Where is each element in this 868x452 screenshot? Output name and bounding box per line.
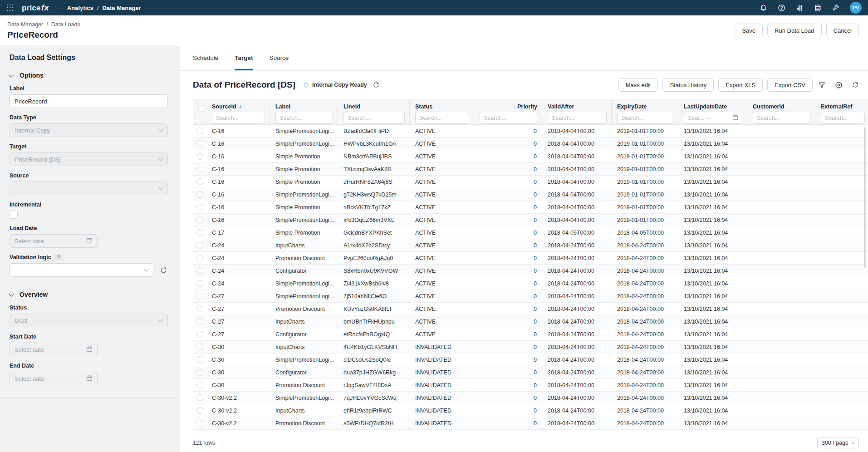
settings-sliders-icon[interactable]	[795, 4, 804, 12]
column-header-sourceid[interactable]: SourceId▲	[206, 99, 270, 124]
column-header-lineid[interactable]: LineId	[338, 99, 410, 124]
start-date-input[interactable]: Select date	[10, 343, 98, 356]
table-row[interactable]: C-30-v2.2Promotion Discounts0WPrDHQ7idR2…	[193, 417, 868, 430]
table-row[interactable]: C-27Promotion DiscountKUvYuzGs0KA8ILIACT…	[193, 303, 868, 315]
row-select-radio[interactable]	[196, 229, 203, 236]
user-avatar[interactable]: PV	[850, 2, 862, 14]
data-type-select[interactable]: Internal Copy	[10, 123, 168, 137]
row-select-radio[interactable]	[196, 166, 203, 172]
label-input[interactable]	[10, 94, 168, 108]
table-row[interactable]: C-16SimplePromotionLogi...g72KH3wsQ7kD25…	[193, 188, 868, 201]
gear-icon[interactable]	[835, 81, 843, 89]
row-select-radio[interactable]	[196, 407, 203, 414]
cancel-button[interactable]: Cancel	[826, 24, 859, 37]
status-select[interactable]: Draft	[10, 314, 168, 327]
incremental-checkbox[interactable]	[10, 211, 18, 219]
column-header-lastupdatedate[interactable]: LastUpdateDate	[678, 99, 747, 124]
validation-logic-refresh-icon[interactable]	[160, 266, 167, 274]
row-select-radio[interactable]	[196, 153, 203, 160]
column-header-label[interactable]: Label	[270, 99, 338, 124]
help-icon[interactable]	[777, 4, 785, 12]
end-date-input[interactable]: Select date	[10, 372, 98, 385]
table-row[interactable]: C-16Simple PromotiondHurRNF8ZA64j8SACTIV…	[193, 176, 868, 188]
row-select-radio[interactable]	[196, 140, 203, 147]
row-select-radio[interactable]	[196, 318, 203, 325]
table-row[interactable]: C-17Simple PromotionGclcdnBYXPKhSetACTIV…	[193, 226, 868, 239]
column-header-status[interactable]: Status	[410, 99, 474, 124]
database-icon[interactable]	[814, 4, 822, 12]
calendar-icon[interactable]	[732, 114, 738, 122]
table-row[interactable]: C-16Simple PromotionnBckVKTfcTg17kZACTIV…	[193, 201, 868, 214]
table-row[interactable]: C-24ConfiguratorS8xRbn0xU9KVVOWACTIVE020…	[193, 265, 868, 277]
table-row[interactable]: C-16Simple PromotionNBm3crfAPBujJBSACTIV…	[193, 150, 868, 163]
column-header-expirydate[interactable]: ExpiryDate	[612, 99, 678, 124]
table-row[interactable]: C-30Configuratordua37pJHZGW6RkgINVALIDAT…	[193, 366, 868, 379]
search-input-validafter[interactable]	[552, 115, 603, 121]
row-select-radio[interactable]	[196, 369, 203, 376]
table-row[interactable]: C-16SimplePromotionLogi...xrb3OqEZ66m3VX…	[193, 214, 868, 226]
table-row[interactable]: C-27SimplePromotionLogi...7j510ahNIlCie6…	[193, 290, 868, 303]
table-row[interactable]: C-24SimplePromotionLogi...Zi431kXwBsb6Iv…	[193, 277, 868, 290]
row-select-radio[interactable]	[196, 420, 203, 427]
table-row[interactable]: C-30-v2.2InputChartsqhR1r9ebpiRtRWCINVAL…	[193, 404, 868, 417]
search-input-status[interactable]	[419, 115, 465, 121]
row-select-radio[interactable]	[196, 344, 203, 350]
help-badge[interactable]: ?	[54, 254, 63, 260]
row-select-radio[interactable]	[196, 255, 203, 261]
navbar-breadcrumb-app[interactable]: Analytics	[67, 5, 93, 11]
validation-logic-select[interactable]	[10, 263, 153, 277]
pricefx-logo[interactable]: pricefx	[22, 3, 49, 13]
table-row[interactable]: C-24InputChartsA1rx4dX2b2SDtcyACTIVE0201…	[193, 239, 868, 252]
export-xls-button[interactable]: Export XLS	[718, 78, 763, 92]
options-section-toggle[interactable]: Options	[10, 72, 168, 79]
table-row[interactable]: C-16SimplePromotionLogi...BZadhX3a0IFliP…	[193, 125, 868, 138]
tab-schedule[interactable]: Schedule	[193, 45, 218, 70]
row-select-radio[interactable]	[196, 305, 203, 312]
select-all-radio[interactable]	[198, 105, 205, 112]
navbar-breadcrumb-module[interactable]: Data Manager	[102, 5, 141, 11]
status-history-button[interactable]: Status History	[662, 78, 714, 92]
search-input-label[interactable]	[280, 115, 329, 121]
row-select-radio[interactable]	[196, 394, 203, 401]
table-row[interactable]: C-27InputChartsbmUBnTrFkHUphpuACTIVE0201…	[193, 315, 868, 328]
row-select-radio[interactable]	[196, 204, 203, 211]
search-input-lineid[interactable]	[348, 115, 401, 121]
sort-ascending-icon[interactable]: ▲	[239, 105, 242, 108]
row-select-radio[interactable]	[196, 280, 203, 287]
row-select-radio[interactable]	[196, 331, 203, 338]
notifications-bell-icon[interactable]	[759, 4, 767, 12]
search-input-customerid[interactable]	[757, 115, 806, 121]
breadcrumb-data-manager[interactable]: Data Manager	[7, 21, 43, 28]
table-row[interactable]: C-30-v2.2SimplePromotionLogi...7qJHDJvYV…	[193, 392, 868, 404]
table-row[interactable]: C-24Promotion DiscountPvpE260ooRgAJq0ACT…	[193, 252, 868, 265]
status-refresh-icon[interactable]	[373, 81, 380, 88]
overview-section-toggle[interactable]: Overview	[10, 291, 168, 298]
target-select[interactable]: PriceRecord [DS]	[10, 152, 168, 166]
table-row[interactable]: C-30SimplePromotionLogi...ciDCsoUs2SoQ0I…	[193, 354, 868, 366]
row-select-radio[interactable]	[196, 128, 203, 134]
run-data-load-button[interactable]: Run Data Load	[767, 24, 821, 37]
row-select-radio[interactable]	[196, 293, 203, 300]
filter-icon[interactable]	[818, 81, 826, 89]
table-row[interactable]: C-27ConfiguratoretRncfsFhROgxIQACTIVE020…	[193, 328, 868, 341]
mass-edit-button[interactable]: Mass edit	[618, 78, 658, 92]
tab-source[interactable]: Source	[270, 45, 289, 70]
source-select[interactable]	[10, 182, 168, 195]
row-select-radio[interactable]	[196, 242, 203, 249]
apps-grid-icon[interactable]	[6, 4, 14, 11]
table-row[interactable]: C-16SimplePromotionLogi...HWPvbL3Kcutm1O…	[193, 138, 868, 150]
column-header-customerid[interactable]: CustomerId	[747, 99, 815, 124]
row-select-radio[interactable]	[196, 267, 203, 274]
column-header-priority[interactable]: Priority	[474, 99, 542, 124]
search-input-priority[interactable]	[484, 115, 533, 121]
page-size-select[interactable]: 300 / page	[817, 437, 859, 448]
vertical-scrollbar[interactable]	[864, 127, 866, 268]
search-input-sourceid[interactable]	[216, 115, 261, 121]
save-button[interactable]: Save	[735, 24, 763, 37]
search-input-externalref[interactable]	[825, 115, 861, 121]
load-date-input[interactable]: Select date	[10, 234, 98, 248]
export-csv-button[interactable]: Export CSV	[767, 78, 813, 92]
table-refresh-icon[interactable]	[852, 81, 859, 88]
row-select-radio[interactable]	[196, 356, 203, 363]
table-row[interactable]: C-30InputCharts4U4Kb1yGLKVSbNHINVALIDATE…	[193, 341, 868, 354]
